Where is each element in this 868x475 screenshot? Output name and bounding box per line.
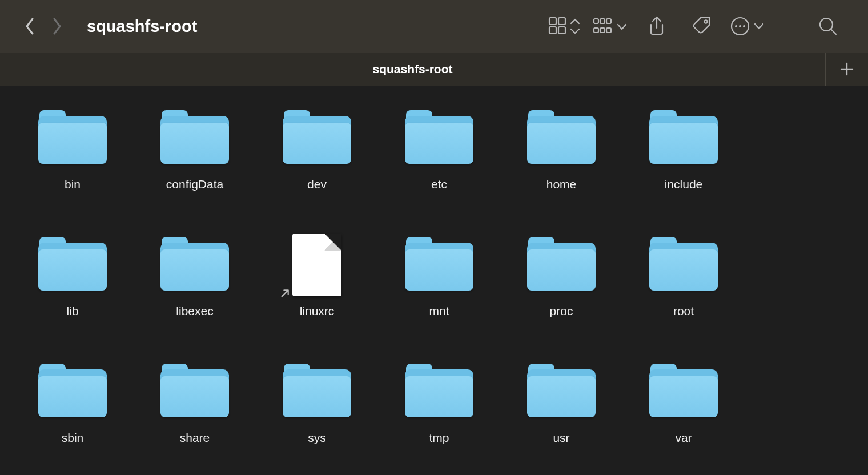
file-item[interactable]: usr: [500, 360, 622, 445]
file-icon: [292, 234, 341, 296]
file-item-label: root: [673, 304, 694, 318]
file-item-label: share: [180, 431, 210, 445]
folder-icon: [36, 110, 109, 166]
back-button[interactable]: [17, 17, 43, 36]
file-item-label: proc: [550, 304, 573, 318]
folder-icon: [158, 364, 231, 420]
file-item[interactable]: libexec: [134, 234, 256, 318]
svg-point-10: [704, 20, 707, 23]
folder-icon: [280, 364, 353, 420]
toolbar: squashfs-root: [0, 0, 868, 53]
file-item-label: configData: [166, 178, 223, 191]
svg-rect-9: [606, 28, 611, 33]
file-item-label: mnt: [429, 304, 449, 318]
plus-icon: [839, 61, 855, 77]
chevron-left-icon: [25, 17, 36, 36]
tab-bar: squashfs-root: [0, 53, 868, 86]
svg-rect-8: [600, 28, 605, 33]
file-item[interactable]: mnt: [378, 234, 500, 318]
file-item[interactable]: root: [622, 234, 745, 318]
folder-icon: [525, 110, 598, 166]
svg-point-12: [735, 25, 737, 27]
file-item[interactable]: include: [622, 107, 745, 191]
file-item-label: tmp: [429, 431, 449, 445]
tab-title: squashfs-root: [372, 62, 452, 76]
tag-icon: [692, 15, 713, 37]
search-icon: [818, 16, 838, 37]
chevron-right-icon: [51, 17, 62, 36]
share-button[interactable]: [634, 0, 680, 53]
svg-rect-3: [558, 27, 565, 34]
location-title: squashfs-root: [87, 17, 197, 36]
file-item-label: dev: [307, 178, 327, 191]
file-item-label: usr: [553, 431, 569, 445]
file-item-label: sbin: [62, 431, 84, 445]
folder-icon: [158, 110, 231, 166]
file-item[interactable]: dev: [256, 107, 378, 191]
svg-rect-2: [549, 27, 556, 34]
file-item-label: sys: [308, 431, 326, 445]
folder-icon: [36, 364, 109, 420]
folder-icon: [280, 110, 353, 166]
folder-icon: [647, 110, 720, 166]
file-item[interactable]: tmp: [378, 360, 500, 445]
svg-rect-7: [594, 28, 598, 33]
file-item[interactable]: configData: [134, 107, 256, 191]
icon-view: binconfigDatadevetchomeincludeliblibexec…: [0, 86, 868, 475]
file-item[interactable]: home: [500, 107, 622, 191]
new-tab-button[interactable]: [825, 53, 868, 86]
file-item[interactable]: sbin: [11, 360, 134, 445]
view-mode-button[interactable]: [542, 0, 588, 53]
file-item[interactable]: share: [134, 360, 256, 445]
folder-icon: [403, 110, 476, 166]
folder-icon: [403, 364, 476, 420]
file-item[interactable]: proc: [500, 234, 622, 318]
search-button[interactable]: [805, 0, 851, 53]
grid-view-icon: [548, 17, 582, 36]
folder-icon: [525, 364, 598, 420]
svg-rect-6: [606, 19, 611, 23]
svg-point-15: [820, 18, 833, 31]
folder-icon: [525, 237, 598, 293]
forward-button[interactable]: [43, 17, 70, 36]
svg-rect-0: [549, 18, 556, 25]
file-item[interactable]: lib: [11, 234, 134, 318]
action-menu-button[interactable]: [725, 0, 771, 53]
svg-point-13: [739, 25, 741, 27]
file-item-label: lib: [66, 304, 78, 318]
file-item[interactable]: bin: [11, 107, 134, 191]
file-item-label: bin: [65, 178, 81, 191]
folder-icon: [647, 237, 720, 293]
file-item-label: linuxrc: [300, 304, 335, 318]
share-icon: [647, 15, 666, 37]
tab-current[interactable]: squashfs-root: [0, 53, 825, 86]
folder-icon: [403, 237, 476, 293]
group-button[interactable]: [588, 0, 634, 53]
file-item-label: libexec: [176, 304, 213, 318]
svg-point-14: [743, 25, 745, 27]
file-item-label: var: [675, 431, 692, 445]
folder-icon: [36, 237, 109, 293]
svg-rect-1: [558, 18, 565, 25]
alias-arrow-icon: [280, 286, 292, 299]
folder-icon: [647, 364, 720, 420]
file-item[interactable]: sys: [256, 360, 378, 445]
group-icon: [593, 17, 629, 36]
tags-button[interactable]: [680, 0, 725, 53]
ellipsis-circle-icon: [730, 16, 766, 37]
folder-icon: [158, 237, 231, 293]
svg-rect-5: [600, 19, 605, 23]
file-item-label: home: [546, 178, 577, 191]
file-item[interactable]: etc: [378, 107, 500, 191]
file-item-label: include: [665, 178, 703, 191]
file-item[interactable]: linuxrc: [256, 234, 378, 318]
file-item[interactable]: var: [622, 360, 745, 445]
svg-rect-4: [594, 19, 598, 23]
file-item-label: etc: [431, 178, 447, 191]
